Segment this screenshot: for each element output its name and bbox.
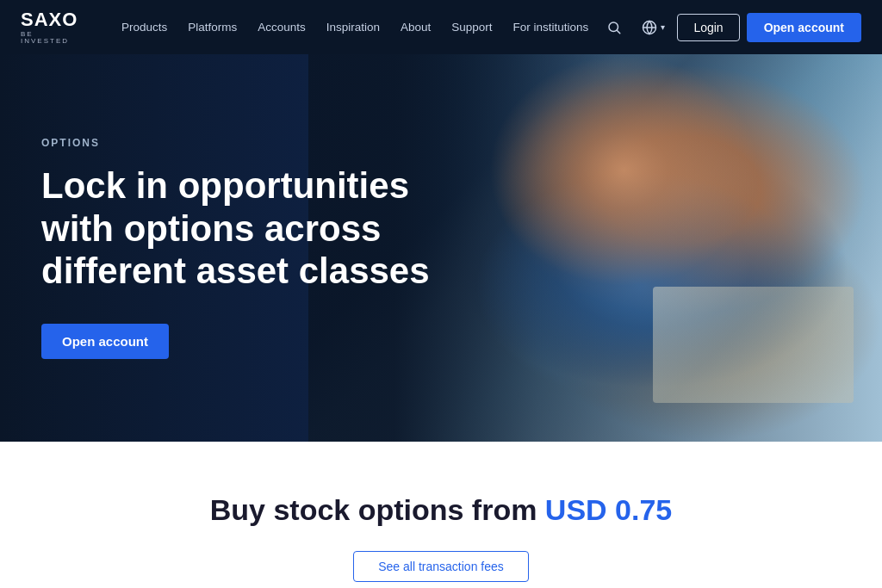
header-open-account-button[interactable]: Open account — [747, 13, 861, 42]
nav-links: Products Platforms Accounts Inspiration … — [111, 0, 599, 54]
promo-section: Buy stock options from USD 0.75 See all … — [0, 442, 882, 588]
nav-item-for-institutions[interactable]: For institutions — [503, 0, 599, 54]
svg-point-0 — [609, 22, 618, 32]
search-icon — [606, 20, 622, 35]
nav-item-inspiration[interactable]: Inspiration — [316, 0, 390, 54]
hero-section: OPTIONS Lock in opportunities with optio… — [0, 54, 882, 442]
globe-icon — [642, 20, 657, 35]
nav-item-products[interactable]: Products — [111, 0, 177, 54]
brand-logo[interactable]: SAXO BE INVESTED — [21, 10, 84, 45]
hero-eyebrow: OPTIONS — [41, 137, 444, 149]
promo-title-prefix: Buy stock options from — [210, 493, 545, 526]
nav-item-accounts[interactable]: Accounts — [247, 0, 316, 54]
search-button[interactable] — [599, 12, 630, 43]
nav-item-about[interactable]: About — [390, 0, 441, 54]
svg-line-1 — [618, 30, 620, 33]
language-selector[interactable]: ▾ — [637, 20, 670, 35]
hero-title: Lock in opportunities with options acros… — [41, 164, 444, 293]
nav-item-support[interactable]: Support — [441, 0, 502, 54]
promo-title-highlight: USD 0.75 — [545, 493, 672, 526]
brand-tagline: BE INVESTED — [21, 31, 84, 45]
hero-content: OPTIONS Lock in opportunities with optio… — [0, 54, 485, 442]
hero-open-account-button[interactable]: Open account — [41, 324, 169, 359]
nav-item-platforms[interactable]: Platforms — [177, 0, 247, 54]
navigation: SAXO BE INVESTED Products Platforms Acco… — [0, 0, 882, 54]
login-button[interactable]: Login — [677, 14, 739, 41]
promo-title: Buy stock options from USD 0.75 — [210, 493, 673, 527]
brand-name: SAXO — [21, 10, 78, 29]
lang-chevron-icon: ▾ — [661, 22, 665, 32]
see-transaction-fees-button[interactable]: See all transaction fees — [353, 551, 529, 582]
nav-actions: ▾ Login Open account — [599, 12, 861, 43]
